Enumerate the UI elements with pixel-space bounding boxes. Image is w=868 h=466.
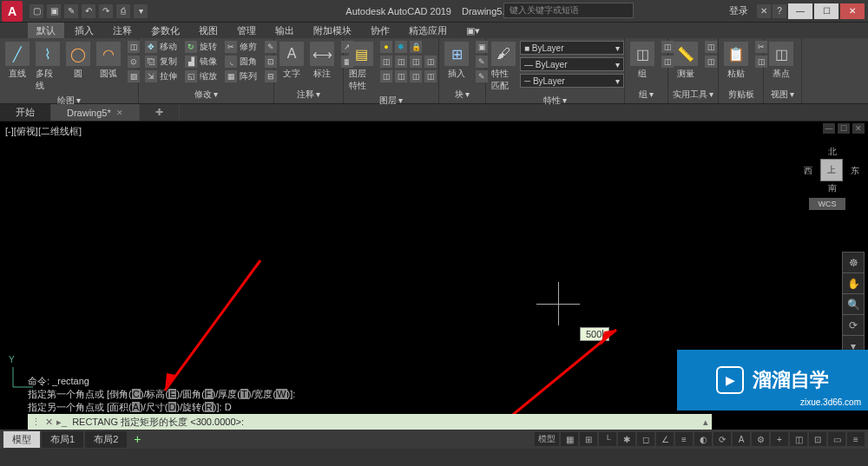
status-annoscale-icon[interactable]: A (733, 432, 750, 446)
panel-view-title[interactable]: 视图 ▾ (767, 88, 798, 102)
trim-button[interactable]: ✂修剪 (222, 40, 260, 54)
layer-state1-icon[interactable]: ●❄🔒 (378, 40, 439, 54)
qat-print-icon[interactable]: ⎙ (116, 4, 130, 18)
dimension-button[interactable]: ⟷标注 (308, 40, 336, 82)
tab-layout2[interactable]: 布局2 (85, 431, 127, 448)
status-osnap-icon[interactable]: ◻ (637, 432, 654, 446)
exchange-icon[interactable]: ✕ (757, 4, 771, 18)
panel-annot-title[interactable]: 注释 ▾ (278, 88, 339, 102)
panel-block-title[interactable]: 块 ▾ (443, 88, 482, 102)
tab-output[interactable]: 输出 (266, 23, 303, 38)
tab-expand-icon[interactable]: ▣▾ (457, 23, 489, 38)
tab-insert[interactable]: 插入 (66, 23, 102, 38)
tab-layout1[interactable]: 布局1 (42, 431, 83, 448)
qat-redo-icon[interactable]: ↷ (99, 4, 113, 18)
match-props-button[interactable]: 🖌特性 匹配 (490, 40, 517, 94)
tab-featured[interactable]: 精选应用 (400, 23, 456, 38)
search-input[interactable]: 键入关键字或短语 (503, 3, 634, 18)
insert-button[interactable]: ⊞插入 (443, 40, 470, 82)
status-hwacc-icon[interactable]: ⊡ (809, 432, 826, 446)
nav-zoom-icon[interactable]: 🔍 (843, 294, 864, 315)
dynamic-input[interactable]: 500 (580, 327, 609, 341)
circle-button[interactable]: ◯圆 (64, 40, 92, 82)
status-grid-icon[interactable]: ▦ (561, 432, 578, 446)
nav-pan-icon[interactable]: ✋ (843, 273, 864, 294)
status-annomonitor-icon[interactable]: + (771, 432, 788, 446)
cmdline-handle-icon[interactable]: ⋮ (31, 417, 42, 428)
tab-annotate[interactable]: 注释 (104, 23, 141, 38)
stretch-button[interactable]: ⇲拉伸 (142, 69, 180, 83)
layer-row1-icon[interactable]: ◫◫◫◫ (378, 55, 439, 69)
window-maximize-button[interactable]: ☐ (814, 3, 838, 19)
tab-parametric[interactable]: 参数化 (142, 23, 188, 38)
login-button[interactable]: 登录 (729, 4, 748, 17)
status-snap-icon[interactable]: ⊞ (580, 432, 597, 446)
tab-collab[interactable]: 协作 (362, 23, 398, 38)
tab-default[interactable]: 默认 (28, 23, 64, 38)
viewport-close-icon[interactable]: ✕ (852, 123, 865, 134)
tab-addins[interactable]: 附加模块 (305, 23, 360, 38)
nav-orbit-icon[interactable]: ⟳ (843, 315, 864, 336)
tab-model[interactable]: 模型 (3, 431, 40, 448)
status-workspace-icon[interactable]: ⚙ (752, 432, 769, 446)
panel-layer-title[interactable]: 图层 ▾ (347, 94, 435, 108)
util2-icon[interactable]: ◫ (702, 55, 720, 69)
array-button[interactable]: ▦阵列 (222, 69, 260, 83)
qat-save-icon[interactable]: ✎ (64, 4, 78, 18)
tab-start[interactable]: 开始 (0, 104, 51, 121)
help-icon[interactable]: ? (773, 4, 786, 18)
viewport-maximize-icon[interactable]: ☐ (838, 123, 850, 134)
rotate-button[interactable]: ↻旋转 (182, 40, 220, 54)
tab-view[interactable]: 视图 (190, 23, 227, 38)
status-isolate-icon[interactable]: ◫ (790, 432, 807, 446)
color-combo[interactable]: ■ ByLayer▾ (520, 41, 624, 55)
qat-undo-icon[interactable]: ↶ (82, 4, 95, 18)
qat-more-icon[interactable]: ▾ (134, 4, 148, 18)
polyline-button[interactable]: ⌇多段线 (34, 40, 62, 94)
measure-button[interactable]: 📏测量 (672, 40, 700, 82)
tab-close-icon[interactable]: ✕ (116, 108, 123, 117)
panel-util-title[interactable]: 实用工具 ▾ (672, 88, 714, 102)
status-model-button[interactable]: 模型 (535, 432, 559, 446)
panel-group-title[interactable]: 组 ▾ (628, 88, 664, 102)
panel-modify-title[interactable]: 修改 ▾ (142, 88, 270, 102)
status-cycle-icon[interactable]: ⟳ (713, 432, 731, 446)
wcs-label[interactable]: WCS (809, 198, 845, 210)
tab-drawing5[interactable]: Drawing5*✕ (51, 104, 140, 121)
status-custom-icon[interactable]: ≡ (847, 432, 865, 446)
copy-button[interactable]: ⿻复制 (142, 55, 180, 69)
view-label[interactable]: [-][俯视][二维线框] (5, 125, 82, 138)
fillet-button[interactable]: ◟圆角 (222, 55, 260, 69)
panel-props-title[interactable]: 特性 ▾ (490, 94, 621, 108)
status-transparency-icon[interactable]: ◐ (694, 432, 712, 446)
viewport-minimize-icon[interactable]: — (823, 123, 835, 134)
status-ortho-icon[interactable]: └ (599, 432, 616, 446)
app-icon[interactable]: A (2, 1, 23, 22)
panel-clip-title[interactable]: 剪贴板 (722, 88, 760, 102)
tab-add-layout[interactable]: + (128, 432, 146, 446)
viewcube[interactable]: 北 南 东 西 上 (809, 148, 854, 193)
window-minimize-button[interactable]: — (788, 3, 812, 19)
status-otrack-icon[interactable]: ∠ (656, 432, 674, 446)
text-button[interactable]: A文字 (278, 40, 306, 82)
window-close-button[interactable]: ✕ (840, 3, 865, 19)
tab-new-button[interactable]: ✚ (140, 104, 180, 121)
tab-manage[interactable]: 管理 (228, 23, 265, 38)
move-button[interactable]: ✥移动 (142, 40, 180, 54)
linetype-combo[interactable]: ─ ByLayer▾ (520, 74, 624, 88)
mirror-button[interactable]: ▟镜像 (182, 55, 220, 69)
lineweight-combo[interactable]: — ByLayer▾ (520, 57, 624, 71)
line-button[interactable]: ╱直线 (3, 40, 31, 82)
base-button[interactable]: ◫基点 (767, 40, 795, 82)
status-clean-icon[interactable]: ▭ (828, 432, 845, 446)
group-button[interactable]: ◫组 (628, 40, 656, 82)
command-line[interactable]: ⋮ ✕ ▸_ RECTANG 指定矩形的长度 <300.0000>: ▴ (28, 414, 712, 430)
viewcube-top[interactable]: 上 (820, 159, 843, 181)
layer-props-button[interactable]: ▤图层 特性 (347, 40, 375, 94)
status-lwt-icon[interactable]: ≡ (675, 432, 693, 446)
arc-button[interactable]: ◠圆弧 (95, 40, 122, 82)
status-polar-icon[interactable]: ✱ (618, 432, 635, 446)
scale-button[interactable]: ◱缩放 (182, 69, 220, 83)
paste-button[interactable]: 📋粘贴 (722, 40, 750, 82)
nav-wheel-icon[interactable]: ☸ (843, 253, 864, 273)
